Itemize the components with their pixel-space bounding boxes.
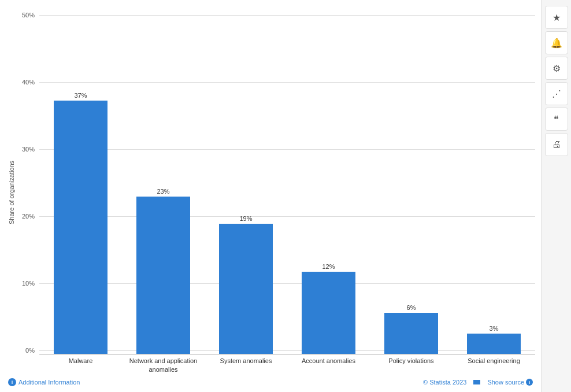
bar-group: 6% [370,12,453,354]
gridlines-and-bars: 50% 40% 30% 20% 10% 0% 37%23%19%12%6%3% [17,12,535,354]
chart-area: Share of organizations 50% 40% 30% 20% 1… [6,12,535,373]
x-axis-label: Policy violations [370,357,453,373]
y-axis-label: Share of organizations [6,12,15,373]
footer: i Additional Information © Statista 2023… [6,378,535,386]
x-axis-line [39,354,535,354]
chart-content: 50% 40% 30% 20% 10% 0% 37%23%19%12%6%3% … [17,12,535,373]
footer-left[interactable]: i Additional Information [8,378,80,386]
quote-icon[interactable]: ❝ [545,108,568,131]
y-tick-label: 40% [17,79,35,86]
x-axis-label: System anomalies [205,357,287,373]
flag-icon [473,380,480,384]
bar [467,334,521,354]
y-tick-label: 10% [17,280,35,287]
gear-icon[interactable]: ⚙ [545,57,568,80]
bar [54,101,107,354]
additional-info-label: Additional Information [18,379,80,386]
statista-credit: © Statista 2023 [423,379,466,386]
bar [384,313,438,354]
bar-value-label: 23% [157,188,169,195]
bar-group: 12% [287,12,370,354]
chart-container: Share of organizations 50% 40% 30% 20% 1… [0,0,541,392]
y-tick-label: 50% [17,12,35,19]
bars-wrapper: 37%23%19%12%6%3% [39,12,535,354]
star-icon[interactable]: ★ [545,6,568,29]
bar-group: 37% [39,12,122,354]
y-tick-label: 0% [17,347,35,354]
y-tick-label: 20% [17,213,35,220]
bar [219,224,273,354]
x-axis-label: Network and application anomalies [122,357,205,373]
bar-value-label: 19% [239,215,252,222]
x-axis-label: Malware [39,357,122,373]
info-icon: i [8,378,16,386]
x-labels: MalwareNetwork and application anomalies… [39,357,535,373]
bar [302,272,355,354]
show-source-label: Show source [487,379,524,386]
bar-group: 19% [205,12,287,354]
sidebar: ★🔔⚙⋰❝🖨 [541,0,571,392]
show-source-info-icon: i [526,379,533,386]
print-icon[interactable]: 🖨 [545,133,568,156]
bar-group: 3% [453,12,535,354]
x-axis-label: Account anomalies [287,357,370,373]
footer-right: © Statista 2023 Show source i [423,379,533,386]
show-source-link[interactable]: Show source i [487,379,533,386]
bar-value-label: 6% [407,304,416,311]
share-icon[interactable]: ⋰ [545,82,568,105]
bar-value-label: 12% [322,263,335,270]
x-axis-label: Social engineering [453,357,535,373]
bar-value-label: 3% [490,325,499,332]
bar-group: 23% [122,12,205,354]
y-tick-label: 30% [17,146,35,153]
bell-icon[interactable]: 🔔 [545,31,568,54]
bar [136,197,190,354]
bar-value-label: 37% [74,92,87,99]
